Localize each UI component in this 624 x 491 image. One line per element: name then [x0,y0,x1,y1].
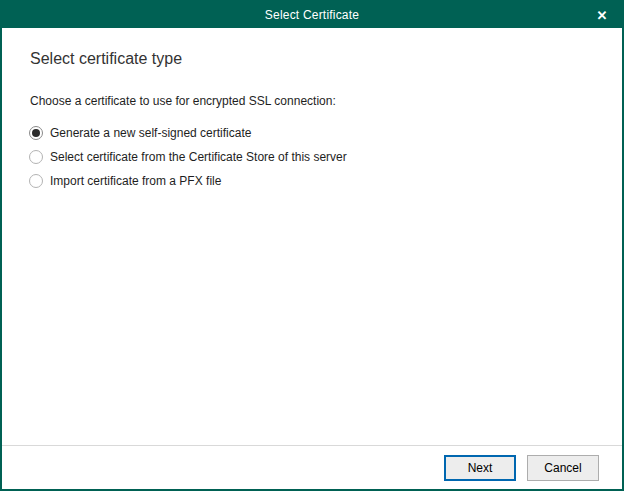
select-certificate-dialog: Select Certificate ✕ Select certificate … [0,0,624,491]
window-title: Select Certificate [265,8,359,22]
radio-option-label: Generate a new self-signed certificate [50,126,251,140]
radio-button-icon[interactable] [29,174,43,188]
titlebar: Select Certificate ✕ [2,2,622,28]
radio-option-self-signed[interactable]: Generate a new self-signed certificate [29,121,594,145]
close-icon[interactable]: ✕ [582,2,622,28]
cancel-button[interactable]: Cancel [527,455,599,481]
radio-button-icon[interactable] [29,150,43,164]
certificate-type-radio-group: Generate a new self-signed certificate S… [29,121,594,193]
dialog-footer: Next Cancel [2,445,622,489]
radio-button-icon[interactable] [29,126,43,140]
next-button[interactable]: Next [444,455,516,481]
page-title: Select certificate type [30,50,594,68]
radio-option-import-pfx[interactable]: Import certificate from a PFX file [29,169,594,193]
dialog-body: Select certificate type Choose a certifi… [2,28,622,193]
radio-option-label: Import certificate from a PFX file [50,174,221,188]
radio-option-label: Select certificate from the Certificate … [50,150,347,164]
radio-option-certificate-store[interactable]: Select certificate from the Certificate … [29,145,594,169]
description-text: Choose a certificate to use for encrypte… [30,94,594,108]
